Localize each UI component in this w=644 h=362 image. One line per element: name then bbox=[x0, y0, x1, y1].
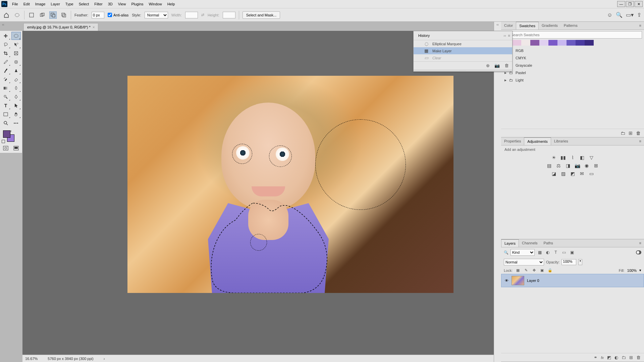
lock-all-icon[interactable]: 🔒 bbox=[547, 268, 553, 273]
swatch-group[interactable]: ▶🗀Pastel bbox=[501, 69, 644, 76]
home-button[interactable] bbox=[3, 11, 10, 19]
filter-toggle[interactable] bbox=[636, 250, 641, 254]
share-icon[interactable]: ⇪ bbox=[637, 12, 641, 18]
default-colors-icon[interactable] bbox=[2, 140, 5, 143]
group-icon[interactable]: 🗀 bbox=[622, 355, 626, 360]
status-chevron-icon[interactable]: › bbox=[104, 357, 105, 361]
opacity-input[interactable]: 100% bbox=[561, 259, 576, 265]
window-minimize-button[interactable]: — bbox=[617, 1, 625, 7]
tab-adjustments[interactable]: Adjustments bbox=[524, 137, 551, 145]
history-item[interactable]: ◌Elliptical Marquee bbox=[414, 40, 512, 47]
lock-move-icon[interactable]: ✥ bbox=[531, 268, 537, 273]
panel-collapse-icon[interactable]: ›› bbox=[503, 34, 506, 38]
canvas-area[interactable] bbox=[22, 31, 494, 355]
eraser-tool[interactable] bbox=[11, 75, 21, 83]
selection-add-icon[interactable] bbox=[39, 11, 46, 19]
move-tool[interactable] bbox=[1, 32, 10, 40]
menu-layer[interactable]: Layer bbox=[48, 1, 63, 7]
swatch-group[interactable]: ▶🗀RGB bbox=[501, 47, 644, 54]
tab-swatches[interactable]: Swatches bbox=[516, 22, 539, 29]
swatch[interactable] bbox=[585, 40, 594, 46]
swatch[interactable] bbox=[521, 40, 530, 46]
color-balance-icon[interactable]: ⚖ bbox=[555, 163, 562, 169]
window-close-button[interactable]: ✕ bbox=[635, 1, 643, 7]
tab-properties[interactable]: Properties bbox=[501, 137, 524, 145]
threshold-icon[interactable]: ◩ bbox=[569, 171, 576, 177]
swatch[interactable] bbox=[557, 40, 567, 46]
swatch-group[interactable]: ▶🗀CMYK bbox=[501, 54, 644, 62]
swatch[interactable] bbox=[512, 40, 521, 46]
cloud-docs-icon[interactable]: ☺ bbox=[607, 12, 612, 18]
document-dimensions[interactable]: 5760 px x 3840 px (300 ppi) bbox=[48, 357, 93, 361]
quick-select-tool[interactable] bbox=[11, 41, 21, 49]
screen-mode-icon[interactable] bbox=[11, 144, 21, 152]
menu-plugins[interactable]: Plugins bbox=[128, 1, 146, 7]
color-picker[interactable]: ⤭ bbox=[1, 129, 21, 144]
selection-subtract-icon[interactable] bbox=[49, 11, 57, 19]
new-layer-icon[interactable]: ⊞ bbox=[629, 355, 633, 360]
blur-tool[interactable] bbox=[11, 84, 21, 92]
swatch[interactable] bbox=[539, 40, 548, 46]
feather-input[interactable] bbox=[92, 12, 104, 18]
gradient-map-icon[interactable]: ▭ bbox=[588, 171, 595, 177]
brush-tool[interactable] bbox=[1, 67, 10, 75]
layer-style-icon[interactable]: fx bbox=[601, 355, 604, 360]
tool-preset-picker[interactable] bbox=[13, 11, 21, 19]
link-layers-icon[interactable]: ⚭ bbox=[594, 355, 597, 360]
history-brush-tool[interactable] bbox=[1, 75, 10, 83]
tabbar-toggle-icon[interactable]: ‹‹ bbox=[2, 23, 4, 26]
panel-menu-icon[interactable]: ≡ bbox=[508, 34, 510, 38]
zoom-tool[interactable] bbox=[1, 119, 10, 127]
panel-menu-icon[interactable]: ≡ bbox=[637, 22, 644, 29]
panel-resize-grip[interactable]: ······ bbox=[414, 69, 512, 71]
hand-tool[interactable] bbox=[11, 110, 21, 118]
type-tool[interactable]: T bbox=[1, 102, 10, 110]
brightness-icon[interactable]: ☀ bbox=[550, 155, 557, 161]
eyedropper-tool[interactable] bbox=[1, 58, 10, 66]
path-select-tool[interactable] bbox=[11, 102, 21, 110]
menu-window[interactable]: Window bbox=[146, 1, 165, 7]
trash-icon[interactable]: 🗑 bbox=[636, 355, 641, 360]
close-tab-icon[interactable]: × bbox=[93, 25, 95, 29]
swatch-group[interactable]: ▶🗀Grayscale bbox=[501, 62, 644, 69]
tab-layers[interactable]: Layers bbox=[501, 239, 519, 247]
tab-libraries[interactable]: Libraries bbox=[551, 137, 571, 145]
tab-paths[interactable]: Paths bbox=[541, 239, 556, 247]
panel-toggle-icon[interactable]: ‹‹ bbox=[494, 22, 501, 362]
layer-name[interactable]: Layer 0 bbox=[527, 279, 539, 283]
posterize-icon[interactable]: ▨ bbox=[560, 171, 567, 177]
filter-pixel-icon[interactable]: ▩ bbox=[537, 250, 543, 255]
document-tab[interactable]: emily.jpg @ 16.7% (Layer 0, RGB/8*) * × bbox=[23, 23, 98, 31]
edit-toolbar[interactable]: ••• bbox=[11, 119, 21, 127]
vibrance-icon[interactable]: ▽ bbox=[588, 155, 595, 161]
opacity-dropdown-icon[interactable]: ▾ bbox=[578, 259, 582, 265]
fill-input[interactable]: 100% bbox=[627, 268, 637, 273]
menu-file[interactable]: File bbox=[9, 1, 21, 7]
history-item[interactable]: ▦Make Layer bbox=[414, 47, 512, 54]
document-canvas[interactable] bbox=[127, 76, 453, 293]
camera-icon[interactable]: 📷 bbox=[494, 63, 500, 68]
marquee-tool[interactable] bbox=[11, 32, 21, 40]
menu-select[interactable]: Select bbox=[76, 1, 92, 7]
swatch[interactable] bbox=[548, 40, 557, 46]
pen-tool[interactable] bbox=[11, 93, 21, 101]
invert-icon[interactable]: ◪ bbox=[550, 171, 557, 177]
channel-mixer-icon[interactable]: ◉ bbox=[583, 163, 590, 169]
select-and-mask-button[interactable]: Select and Mask... bbox=[243, 11, 280, 19]
tab-channels[interactable]: Channels bbox=[519, 239, 540, 247]
frame-tool[interactable] bbox=[11, 49, 21, 57]
folder-icon[interactable]: 🗀 bbox=[621, 130, 625, 136]
filter-adjust-icon[interactable]: ◐ bbox=[545, 250, 551, 255]
levels-icon[interactable]: ▮▮ bbox=[560, 155, 567, 161]
quick-mask-icon[interactable] bbox=[1, 144, 10, 152]
selection-intersect-icon[interactable] bbox=[60, 11, 67, 19]
hue-icon[interactable]: ▤ bbox=[546, 163, 552, 169]
menu-view[interactable]: View bbox=[115, 1, 129, 7]
layer-row[interactable]: 👁 Layer 0 bbox=[501, 274, 644, 287]
menu-type[interactable]: Type bbox=[63, 1, 76, 7]
gradient-tool[interactable] bbox=[1, 84, 10, 92]
zoom-level[interactable]: 16.67% bbox=[25, 357, 38, 361]
filter-smart-icon[interactable]: ▣ bbox=[569, 250, 575, 255]
crop-tool[interactable] bbox=[1, 49, 10, 57]
lock-paint-icon[interactable]: ✎ bbox=[523, 268, 529, 273]
